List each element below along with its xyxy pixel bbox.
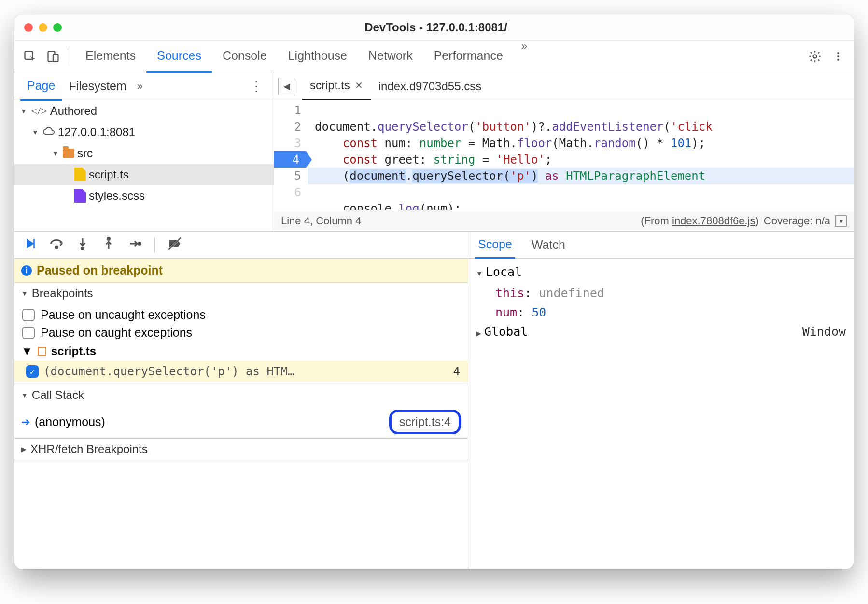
step-over-icon[interactable] bbox=[49, 236, 64, 254]
checkbox-label: Pause on caught exceptions bbox=[41, 326, 192, 340]
editor-tab-label: script.ts bbox=[310, 79, 350, 92]
resume-icon[interactable] bbox=[23, 236, 38, 254]
window-title: DevTools - 127.0.0.1:8081/ bbox=[28, 21, 844, 34]
call-stack-frame[interactable]: ➔ (anonymous) script.ts:4 bbox=[14, 406, 468, 438]
navigator-tab-page[interactable]: Page bbox=[20, 72, 62, 101]
scope-global-header[interactable]: ▶Global Window bbox=[476, 322, 846, 343]
kebab-menu-icon[interactable] bbox=[826, 45, 850, 68]
breakpoints-section: ▼ Breakpoints Pause on uncaught exceptio… bbox=[14, 283, 468, 384]
scope-variable-num[interactable]: num: 50 bbox=[476, 303, 846, 322]
tab-elements[interactable]: Elements bbox=[75, 40, 146, 73]
step-into-icon[interactable] bbox=[75, 236, 90, 254]
navigate-back-icon[interactable]: ◀ bbox=[278, 78, 295, 95]
disclosure-triangle-icon: ▼ bbox=[21, 344, 33, 358]
xhr-breakpoints-section: ▶ XHR/fetch Breakpoints bbox=[14, 439, 468, 460]
tree-label: styles.scss bbox=[89, 189, 145, 203]
settings-gear-icon[interactable] bbox=[803, 45, 826, 68]
statusbar-dropdown-icon[interactable]: ▾ bbox=[835, 215, 847, 227]
breakpoint-entry[interactable]: ✓ (document.querySelector('p') as HTM… 4 bbox=[14, 361, 468, 382]
device-toolbar-icon[interactable] bbox=[42, 45, 65, 68]
tree-label: script.ts bbox=[89, 168, 129, 181]
tree-row-authored[interactable]: ▼ </> Authored bbox=[14, 100, 274, 122]
separator bbox=[154, 237, 155, 253]
coverage-label: Coverage: n/a bbox=[764, 215, 830, 227]
checkbox[interactable]: ✓ bbox=[26, 365, 39, 378]
call-stack-header[interactable]: ▼ Call Stack bbox=[14, 384, 468, 406]
section-title: XHR/fetch Breakpoints bbox=[30, 442, 148, 456]
scope-variable-this[interactable]: this: undefined bbox=[476, 284, 846, 303]
navigator-tab-filesystem[interactable]: Filesystem bbox=[62, 72, 133, 100]
step-out-icon[interactable] bbox=[101, 236, 116, 254]
svg-point-10 bbox=[139, 242, 141, 245]
separator bbox=[68, 48, 68, 65]
tab-scope[interactable]: Scope bbox=[475, 232, 515, 259]
cursor-position: Line 4, Column 4 bbox=[281, 215, 361, 227]
cloud-icon bbox=[42, 125, 55, 139]
navigator-pane: Page Filesystem » ⋮ ▼ </> Authored ▼ 127… bbox=[14, 72, 274, 231]
tab-console[interactable]: Console bbox=[212, 40, 278, 73]
tree-row-file[interactable]: script.ts bbox=[14, 164, 274, 185]
editor-tab-css[interactable]: index.d9703d55.css bbox=[371, 73, 490, 100]
pause-uncaught-row[interactable]: Pause on uncaught exceptions bbox=[14, 306, 468, 324]
breakpoint-file-row[interactable]: ▼ script.ts bbox=[14, 342, 468, 361]
navigator-tabs-overflow[interactable]: » bbox=[133, 80, 147, 93]
breakpoint-line-number: 4 bbox=[453, 365, 460, 378]
section-title: Breakpoints bbox=[32, 287, 93, 300]
navigator-tabs: Page Filesystem » ⋮ bbox=[14, 72, 274, 100]
tree-row-folder[interactable]: ▼ src bbox=[14, 143, 274, 164]
line-gutter[interactable]: 123 456 bbox=[274, 100, 308, 210]
disclosure-triangle-icon: ▶ bbox=[21, 445, 27, 453]
tab-network[interactable]: Network bbox=[358, 40, 423, 73]
disclosure-triangle-icon: ▼ bbox=[52, 150, 60, 157]
deactivate-breakpoints-icon[interactable] bbox=[168, 236, 182, 254]
call-stack-section: ▼ Call Stack ➔ (anonymous) script.ts:4 bbox=[14, 384, 468, 439]
checkbox[interactable] bbox=[22, 327, 35, 339]
titlebar: DevTools - 127.0.0.1:8081/ bbox=[14, 14, 854, 41]
tree-label: Authored bbox=[50, 104, 97, 118]
file-tree: ▼ </> Authored ▼ 127.0.0.1:8081 ▼ src bbox=[14, 100, 274, 231]
debugger-left: i Paused on breakpoint ▼ Breakpoints Pau… bbox=[14, 232, 468, 569]
scope-local-header[interactable]: ▼Local bbox=[476, 262, 846, 284]
disclosure-triangle-icon: ▼ bbox=[21, 289, 28, 297]
frame-location[interactable]: script.ts:4 bbox=[389, 410, 461, 434]
svg-point-5 bbox=[837, 55, 839, 57]
current-frame-icon: ➔ bbox=[21, 416, 30, 428]
step-icon[interactable] bbox=[127, 236, 142, 254]
tree-row-file[interactable]: styles.scss bbox=[14, 185, 274, 206]
svg-rect-2 bbox=[53, 54, 58, 61]
tree-row-domain[interactable]: ▼ 127.0.0.1:8081 bbox=[14, 122, 274, 143]
xhr-breakpoints-header[interactable]: ▶ XHR/fetch Breakpoints bbox=[14, 439, 468, 460]
debugger-toolbar bbox=[14, 232, 468, 259]
code-editor[interactable]: 123 456 document.querySelector('button')… bbox=[274, 100, 854, 210]
tabs-overflow-button[interactable]: » bbox=[514, 40, 535, 73]
tree-label: 127.0.0.1:8081 bbox=[58, 125, 135, 139]
tab-performance[interactable]: Performance bbox=[423, 40, 514, 73]
inspect-element-icon[interactable] bbox=[18, 45, 42, 68]
editor-tab-script[interactable]: script.ts ✕ bbox=[302, 72, 371, 100]
svg-point-9 bbox=[108, 237, 110, 240]
scope-global-value: Window bbox=[802, 322, 846, 343]
source-from-file[interactable]: index.7808df6e.js bbox=[672, 215, 755, 227]
sources-panel: Page Filesystem » ⋮ ▼ </> Authored ▼ 127… bbox=[14, 72, 854, 569]
pause-reason-bar: i Paused on breakpoint bbox=[14, 259, 468, 283]
scope-body: ▼Local this: undefined num: 50 ▶Global W… bbox=[468, 259, 854, 347]
pause-caught-row[interactable]: Pause on caught exceptions bbox=[14, 324, 468, 342]
tab-sources[interactable]: Sources bbox=[146, 40, 212, 73]
checkbox[interactable] bbox=[22, 309, 35, 321]
svg-point-6 bbox=[837, 59, 839, 61]
section-title: Call Stack bbox=[32, 388, 84, 402]
close-tab-icon[interactable]: ✕ bbox=[355, 80, 363, 91]
breakpoints-header[interactable]: ▼ Breakpoints bbox=[14, 283, 468, 304]
svg-point-4 bbox=[837, 52, 839, 54]
file-icon bbox=[74, 189, 86, 203]
folder-icon bbox=[63, 149, 74, 158]
tab-watch[interactable]: Watch bbox=[529, 232, 568, 258]
breakpoint-file-name: script.ts bbox=[51, 344, 96, 358]
scope-tabs: Scope Watch bbox=[468, 232, 854, 259]
code-area[interactable]: document.querySelector('button')?.addEve… bbox=[308, 100, 854, 210]
tab-lighthouse[interactable]: Lighthouse bbox=[278, 40, 358, 73]
scope-pane: Scope Watch ▼Local this: undefined num: … bbox=[468, 232, 854, 569]
checkbox-label: Pause on uncaught exceptions bbox=[41, 308, 206, 322]
navigator-more-icon[interactable]: ⋮ bbox=[245, 78, 268, 94]
svg-point-8 bbox=[82, 247, 84, 249]
